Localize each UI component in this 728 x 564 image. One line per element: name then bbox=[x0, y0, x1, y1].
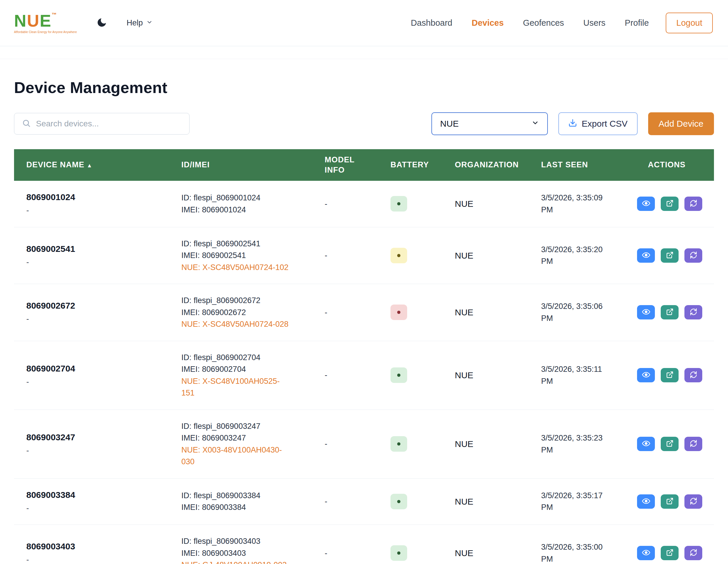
device-flespi-id: ID: flespi_8069001024 bbox=[181, 192, 309, 204]
device-name-cell: 8069003384 - bbox=[14, 489, 169, 514]
add-device-button[interactable]: Add Device bbox=[648, 112, 714, 135]
external-link-icon bbox=[666, 440, 674, 448]
help-menu-button[interactable]: Help bbox=[127, 18, 153, 27]
model-info-cell: - bbox=[312, 369, 378, 381]
chevron-down-icon bbox=[146, 18, 153, 27]
battery-status-badge bbox=[390, 436, 407, 452]
open-device-button[interactable] bbox=[661, 494, 679, 509]
last-seen-value: 3/5/2026, 3:35:20 PM bbox=[541, 244, 616, 267]
external-link-icon bbox=[666, 308, 674, 317]
sync-device-button[interactable] bbox=[684, 197, 702, 211]
battery-cell bbox=[378, 436, 443, 452]
device-name-cell: 8069002541 - bbox=[14, 243, 169, 268]
device-imei: IMEI: 8069003384 bbox=[181, 501, 309, 513]
eye-icon bbox=[642, 497, 650, 506]
device-imei: IMEI: 8069002704 bbox=[181, 363, 309, 375]
device-id-cell: ID: flespi_8069003403 IMEI: 8069003403 N… bbox=[169, 535, 309, 564]
dark-mode-toggle[interactable] bbox=[96, 17, 107, 29]
open-device-button[interactable] bbox=[661, 197, 679, 211]
sync-device-button[interactable] bbox=[684, 546, 702, 560]
export-csv-label: Export CSV bbox=[582, 119, 628, 129]
last-seen-cell: 3/5/2026, 3:35:17 PM bbox=[529, 490, 617, 513]
device-name-subtext: - bbox=[26, 256, 169, 268]
actions-cell bbox=[625, 494, 714, 509]
battery-status-badge bbox=[390, 248, 407, 263]
column-header-device-name[interactable]: DEVICE NAME▲ bbox=[14, 160, 169, 170]
nav-item-users[interactable]: Users bbox=[583, 18, 605, 28]
organization-cell: NUE bbox=[443, 369, 529, 382]
column-header-last-seen[interactable]: LAST SEEN bbox=[529, 160, 625, 170]
column-header-battery[interactable]: BATTERY bbox=[378, 160, 443, 170]
column-header-id-imei[interactable]: ID/IMEI bbox=[169, 160, 312, 170]
column-header-organization[interactable]: ORGANIZATION bbox=[443, 160, 529, 170]
device-id-cell: ID: flespi_8069003247 IMEI: 8069003247 N… bbox=[169, 420, 309, 468]
last-seen-value: 3/5/2026, 3:35:11 PM bbox=[541, 363, 616, 387]
last-seen-value: 3/5/2026, 3:35:09 PM bbox=[541, 192, 616, 216]
organization-cell: NUE bbox=[443, 306, 529, 319]
nav-item-devices[interactable]: Devices bbox=[471, 18, 504, 28]
nav-item-profile[interactable]: Profile bbox=[625, 18, 649, 28]
sync-device-button[interactable] bbox=[684, 494, 702, 509]
device-name-subtext: - bbox=[26, 554, 169, 564]
view-device-button[interactable] bbox=[637, 248, 655, 263]
toolbar-actions: NUE Export CSV Add Device bbox=[431, 112, 714, 135]
last-seen-value: 3/5/2026, 3:35:23 PM bbox=[541, 432, 616, 456]
nav-item-dashboard[interactable]: Dashboard bbox=[411, 18, 452, 28]
battery-cell bbox=[378, 196, 443, 211]
table-body: 8069001024 - ID: flespi_8069001024 IMEI:… bbox=[14, 181, 714, 564]
device-name: 8069003403 bbox=[26, 541, 169, 552]
export-csv-button[interactable]: Export CSV bbox=[558, 112, 638, 135]
refresh-icon bbox=[690, 440, 697, 448]
battery-status-badge bbox=[390, 196, 407, 211]
view-device-button[interactable] bbox=[637, 197, 655, 211]
sync-device-button[interactable] bbox=[684, 368, 702, 382]
logout-button[interactable]: Logout bbox=[666, 13, 713, 33]
device-flespi-id: ID: flespi_8069003403 bbox=[181, 535, 309, 547]
refresh-icon bbox=[690, 200, 697, 208]
table-row: 8069003247 - ID: flespi_8069003247 IMEI:… bbox=[14, 410, 714, 479]
refresh-icon bbox=[690, 251, 697, 260]
logo-tagline: Affordable Clean Energy for Anyone Anywh… bbox=[14, 31, 77, 34]
view-device-button[interactable] bbox=[637, 368, 655, 382]
sync-device-button[interactable] bbox=[684, 305, 702, 319]
device-nue-code: NUE: GJ-48V100AH0919-003 bbox=[181, 559, 289, 564]
view-device-button[interactable] bbox=[637, 546, 655, 560]
sync-device-button[interactable] bbox=[684, 437, 702, 451]
open-device-button[interactable] bbox=[661, 368, 679, 382]
open-device-button[interactable] bbox=[661, 546, 679, 560]
model-info-cell: - bbox=[312, 250, 378, 262]
view-device-button[interactable] bbox=[637, 305, 655, 319]
download-icon bbox=[568, 118, 577, 129]
view-device-button[interactable] bbox=[637, 437, 655, 451]
table-row: 8069003403 - ID: flespi_8069003403 IMEI:… bbox=[14, 525, 714, 564]
battery-status-badge bbox=[390, 545, 407, 561]
view-device-button[interactable] bbox=[637, 494, 655, 509]
nue-logo[interactable]: NUE™ Affordable Clean Energy for Anyone … bbox=[14, 12, 77, 34]
search-input[interactable] bbox=[36, 119, 182, 128]
device-id-cell: ID: flespi_8069003384 IMEI: 8069003384 bbox=[169, 490, 309, 513]
open-device-button[interactable] bbox=[661, 305, 679, 319]
actions-cell bbox=[625, 197, 714, 211]
top-navbar: NUE™ Affordable Clean Energy for Anyone … bbox=[0, 0, 728, 46]
column-header-model-info[interactable]: MODEL INFO bbox=[312, 155, 378, 175]
sync-device-button[interactable] bbox=[684, 248, 702, 263]
actions-cell bbox=[625, 437, 714, 451]
main-navigation: Dashboard Devices Geofences Users Profil… bbox=[411, 18, 649, 28]
organization-filter-select[interactable]: NUE bbox=[431, 112, 548, 135]
table-row: 8069002704 - ID: flespi_8069002704 IMEI:… bbox=[14, 341, 714, 410]
nav-item-geofences[interactable]: Geofences bbox=[523, 18, 564, 28]
open-device-button[interactable] bbox=[661, 437, 679, 451]
last-seen-cell: 3/5/2026, 3:35:00 PM bbox=[529, 541, 617, 564]
table-row: 8069001024 - ID: flespi_8069001024 IMEI:… bbox=[14, 181, 714, 227]
device-imei: IMEI: 8069002541 bbox=[181, 250, 309, 262]
external-link-icon bbox=[666, 549, 674, 557]
external-link-icon bbox=[666, 200, 674, 208]
device-name-cell: 8069001024 - bbox=[14, 191, 169, 216]
device-nue-code: NUE: X-SC48V50AH0724-102 bbox=[181, 262, 289, 274]
eye-icon bbox=[642, 308, 650, 317]
refresh-icon bbox=[690, 308, 697, 317]
open-device-button[interactable] bbox=[661, 248, 679, 263]
battery-status-badge bbox=[390, 494, 407, 509]
help-label: Help bbox=[127, 18, 143, 27]
battery-cell bbox=[378, 545, 443, 561]
